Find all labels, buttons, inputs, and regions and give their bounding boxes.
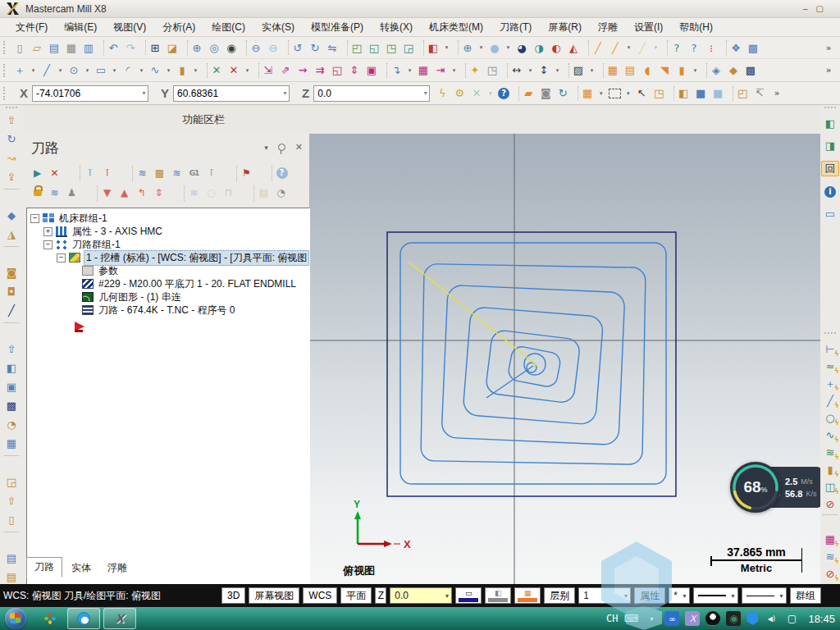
xform-translate-3d-icon[interactable]: ⇗ <box>277 62 294 79</box>
mastercam-tray-icon[interactable]: X <box>685 611 700 626</box>
surface-flat-icon[interactable]: ▤ <box>622 62 638 79</box>
dropdown-icon[interactable]: ▾ <box>29 62 38 79</box>
surface-revolve-icon[interactable]: ◖ <box>639 62 655 79</box>
select-rectangle-icon[interactable] <box>606 85 623 102</box>
save-icon[interactable]: ▤ <box>46 39 62 56</box>
disable-quick-icon[interactable]: ⊘ <box>822 497 838 511</box>
dropdown-icon[interactable]: ▾ <box>553 62 562 79</box>
line-quick-icon[interactable]: ╱ϟ <box>822 394 838 408</box>
xform-rotate-icon[interactable]: ⇝ <box>294 62 311 79</box>
quick-launch-icon[interactable] <box>41 609 59 628</box>
point-quick-icon[interactable]: ＋ϟ <box>822 377 838 390</box>
cylinder-rotate-icon[interactable]: ↻ <box>3 132 20 146</box>
menu-item[interactable]: 浮雕 <box>591 18 625 37</box>
two-boxes-icon[interactable]: ◧ <box>3 361 20 375</box>
panel-help-icon[interactable]: ? <box>274 166 290 181</box>
tab-art[interactable]: 浮雕 <box>100 559 135 578</box>
line-width-combo[interactable]: ▼ <box>742 587 787 604</box>
grid-array-icon[interactable]: ▦ <box>415 62 431 79</box>
toolpath-display-icon[interactable]: ≋ <box>47 185 62 201</box>
menu-item[interactable]: 刀路(T) <box>492 18 539 37</box>
scroll-insert-icon[interactable]: ⇕ <box>151 185 167 201</box>
highfeed-icon[interactable]: ⚑ <box>239 166 254 181</box>
pattern-quick-icon[interactable]: ▦ϟ <box>822 532 838 546</box>
select-inside-icon[interactable]: ◙ <box>537 85 554 102</box>
xform-translate-icon[interactable]: ⇲ <box>260 62 276 79</box>
hatch-icon[interactable]: ▨ <box>570 62 587 79</box>
plane-button[interactable]: 平面 <box>340 587 372 604</box>
ghost-operations-icon[interactable]: ♟ <box>64 185 80 201</box>
solid-select-body-icon[interactable]: ■ <box>692 85 709 102</box>
chevron-down-icon[interactable]: ▼ <box>444 593 450 599</box>
undelete-icon[interactable]: ╱ <box>634 39 651 56</box>
tray-expand-icon[interactable]: ▾ <box>644 611 659 626</box>
wireframe-globe-icon[interactable]: ⊕ <box>459 39 476 56</box>
toolbar-overflow-icon[interactable]: » <box>769 85 785 102</box>
chevron-down-icon[interactable]: ▼ <box>682 593 687 599</box>
box-up-arrow-icon[interactable]: ⇪ <box>3 170 20 184</box>
menu-item[interactable]: 视图(V) <box>106 18 153 37</box>
create-point-icon[interactable]: ＋ <box>11 62 28 79</box>
regen-all-icon[interactable]: ⊺ <box>99 166 115 181</box>
solid-color-button[interactable]: ◧ <box>485 587 511 604</box>
stretch-icon[interactable]: ⇥ <box>432 62 449 79</box>
tree-toolpath-file[interactable]: 刀路 - 674.4K - T.NC - 程序号 0 <box>27 304 309 317</box>
volume-icon[interactable]: ◀) <box>764 611 778 626</box>
iso-view-left-icon[interactable]: ◱ <box>366 39 382 56</box>
no-entry-quick-icon[interactable]: ⊘ϟ <box>822 567 838 581</box>
tab-solids[interactable]: 实体 <box>64 559 98 578</box>
gview-cube-2-icon[interactable]: ◨ <box>822 139 838 153</box>
info-icon[interactable]: i <box>822 185 838 199</box>
window-levels-icon[interactable]: 回 <box>821 161 839 176</box>
dimension-horizontal-icon[interactable]: ↔ <box>509 62 525 79</box>
level-combo[interactable]: 1▼ <box>578 587 631 604</box>
qq-icon[interactable] <box>705 611 720 626</box>
dropdown-icon[interactable]: ▾ <box>56 62 65 79</box>
create-fillet-icon[interactable]: ◜ <box>120 62 136 79</box>
chain-select-icon[interactable]: ◌ <box>203 185 219 201</box>
tab-toolpaths[interactable]: 刀路 <box>26 557 62 578</box>
fit-screen-icon[interactable]: ⊞ <box>147 39 163 56</box>
y-coordinate-field[interactable]: ▼ <box>173 85 290 102</box>
tree-properties[interactable]: + 属性 - 3 - AXIS HMC <box>27 225 309 238</box>
z-depth-combo[interactable]: 0.0▼ <box>390 587 452 604</box>
book-icon[interactable]: ▤ <box>3 551 20 565</box>
chevron-down-icon[interactable]: ▼ <box>422 90 428 96</box>
solid-quick-icon[interactable]: ▮ϟ <box>822 463 838 477</box>
print-icon[interactable]: ▦ <box>63 39 80 56</box>
zoom-target-icon[interactable]: ◎ <box>206 39 222 56</box>
z-coordinate-field[interactable]: ▼ <box>313 85 430 102</box>
close-icon[interactable]: ✕ <box>295 142 303 153</box>
xform-scale-icon[interactable]: ⇕ <box>346 62 363 79</box>
select-window-icon[interactable]: ▦ <box>579 85 596 102</box>
dimension-vertical-icon[interactable]: ↕ <box>536 62 552 79</box>
menu-item[interactable]: 文件(F) <box>8 18 55 37</box>
shaded-sphere-icon[interactable]: ● <box>486 39 503 56</box>
report-icon[interactable]: ◔ <box>273 185 289 201</box>
dropdown-icon[interactable]: ▾ <box>110 62 119 79</box>
x-coordinate-field[interactable]: ▼ <box>32 85 148 102</box>
chevron-down-icon[interactable]: ▼ <box>282 90 288 96</box>
tree-tool[interactable]: #229 - M20.00 平底刀 1 - 20. FLAT ENDMILL <box>27 277 309 290</box>
knife-icon[interactable]: ╱ <box>3 304 20 317</box>
point-style-combo[interactable]: *▼ <box>669 587 690 604</box>
magnify-box-icon[interactable]: ◔ <box>3 418 20 431</box>
backplot-icon[interactable]: ≋ <box>135 166 150 181</box>
graphics-viewport[interactable]: Y X 俯视图 37.865 mm Metric ↑2.5M/s ↓56.8K/… <box>310 134 820 584</box>
solid-select-back-icon[interactable]: ■ <box>710 85 726 102</box>
attributes-button[interactable]: 属性 <box>634 587 665 604</box>
dropdown-icon[interactable]: ▾ <box>83 62 92 79</box>
pin-icon[interactable] <box>278 144 285 151</box>
chevron-down-icon[interactable]: ▼ <box>623 593 628 599</box>
dropdown-icon[interactable]: ▾ <box>651 39 660 56</box>
analyze-entity-icon[interactable]: ? <box>669 39 685 56</box>
tree-expander[interactable]: − <box>57 253 66 262</box>
cylinder-up-arrow-icon[interactable]: ⇧ <box>3 113 20 127</box>
help-icon[interactable]: ? <box>495 85 512 102</box>
spline-quick-icon[interactable]: ∿ϟ <box>822 428 838 442</box>
keyboard-icon[interactable]: ⌨ <box>623 611 638 626</box>
menu-item[interactable]: 绘图(C) <box>204 18 253 37</box>
unselect-all-operations-icon[interactable]: ✕ <box>47 166 62 181</box>
menu-item[interactable]: 模型准备(P) <box>304 18 371 37</box>
view-cube-icon[interactable]: ◧ <box>425 39 441 56</box>
